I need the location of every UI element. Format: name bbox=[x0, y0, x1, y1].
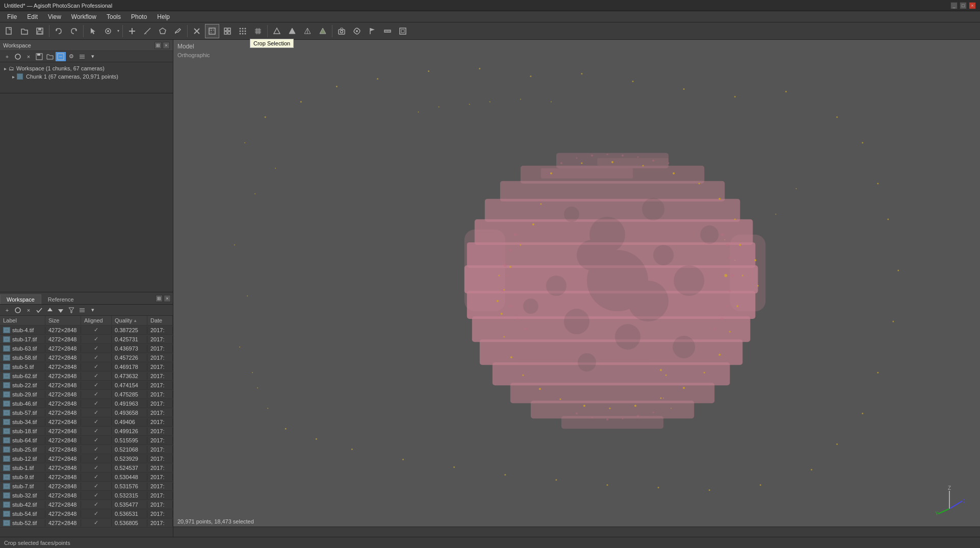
table-row[interactable]: stub-1.tif 4272×2848 ✓ 0.524537 2017: bbox=[0, 463, 173, 472]
table-row[interactable]: stub-54.tif 4272×2848 ✓ 0.536531 2017: bbox=[0, 509, 173, 518]
wireframe-button[interactable] bbox=[300, 24, 315, 38]
photos-check-btn[interactable] bbox=[34, 306, 44, 315]
select-button[interactable] bbox=[86, 24, 100, 38]
table-row[interactable]: stub-58.tif 4272×2848 ✓ 0.457226 2017: bbox=[0, 353, 173, 362]
photos-up-btn[interactable] bbox=[45, 306, 55, 315]
separator-3 bbox=[122, 25, 123, 37]
row-size: 4272×2848 bbox=[45, 455, 81, 462]
photos-more-btn[interactable]: ▾ bbox=[88, 306, 98, 315]
table-row[interactable]: stub-63.tif 4272×2848 ✓ 0.436973 2017: bbox=[0, 344, 173, 353]
ws-circle-btn[interactable] bbox=[13, 52, 23, 61]
svg-point-203 bbox=[509, 305, 512, 308]
mesh2-button[interactable] bbox=[285, 24, 299, 38]
table-row[interactable]: stub-32.tif 4272×2848 ✓ 0.532315 2017: bbox=[0, 491, 173, 500]
ws-x-btn[interactable]: × bbox=[23, 52, 34, 61]
ws-load-btn[interactable] bbox=[45, 52, 55, 61]
table-row[interactable]: stub-18.tif 4272×2848 ✓ 0.499126 2017: bbox=[0, 427, 173, 436]
tree-root-item[interactable]: ▸ 🗂 Workspace (1 chunks, 67 cameras) bbox=[2, 64, 171, 72]
grid2-button[interactable] bbox=[251, 24, 265, 38]
open-button[interactable] bbox=[17, 24, 32, 38]
undo-button[interactable] bbox=[51, 24, 66, 38]
crop-button[interactable] bbox=[205, 24, 219, 38]
col-quality[interactable]: Quality ▲ bbox=[112, 316, 147, 325]
photos-add-btn[interactable]: + bbox=[2, 306, 12, 315]
workspace-close-button[interactable]: × bbox=[163, 42, 170, 49]
row-quality: 0.530448 bbox=[112, 474, 147, 481]
table-row[interactable]: stub-7.tif 4272×2848 ✓ 0.531576 2017: bbox=[0, 482, 173, 491]
photos-x-btn[interactable]: × bbox=[23, 306, 34, 315]
col-date[interactable]: Date bbox=[147, 316, 173, 325]
menu-tools[interactable]: Tools bbox=[101, 11, 126, 22]
maximize-button[interactable]: □ bbox=[960, 2, 967, 9]
table-row[interactable]: stub-46.tif 4272×2848 ✓ 0.491963 2017: bbox=[0, 399, 173, 408]
frame-button[interactable] bbox=[396, 24, 410, 38]
menu-edit[interactable]: Edit bbox=[22, 11, 43, 22]
new-button[interactable] bbox=[2, 24, 16, 38]
rotate-dropdown[interactable]: ▾ bbox=[116, 24, 120, 38]
col-aligned[interactable]: Aligned bbox=[81, 316, 112, 325]
save-button[interactable] bbox=[33, 24, 47, 38]
table-row[interactable]: stub-17.tif 4272×2848 ✓ 0.425731 2017: bbox=[0, 335, 173, 344]
texture-button[interactable] bbox=[316, 24, 330, 38]
tab-reference[interactable]: Reference bbox=[41, 294, 81, 304]
rotate-button[interactable] bbox=[101, 24, 115, 38]
ruler-button[interactable] bbox=[140, 24, 154, 38]
ws-active-btn[interactable] bbox=[56, 52, 66, 61]
ws-list-btn[interactable] bbox=[77, 52, 87, 61]
col-size[interactable]: Size bbox=[45, 316, 81, 325]
table-row[interactable]: stub-34.tif 4272×2848 ✓ 0.49406 2017: bbox=[0, 417, 173, 427]
menu-view[interactable]: View bbox=[43, 11, 66, 22]
table-row[interactable]: stub-22.tif 4272×2848 ✓ 0.474154 2017: bbox=[0, 381, 173, 390]
ws-add-btn[interactable]: + bbox=[2, 52, 12, 61]
table-row[interactable]: stub-52.tif 4272×2848 ✓ 0.536805 2017: bbox=[0, 518, 173, 528]
tab-workspace[interactable]: Workspace bbox=[0, 294, 41, 304]
table-row[interactable]: stub-64.tif 4272×2848 ✓ 0.515595 2017: bbox=[0, 436, 173, 445]
target-button[interactable] bbox=[350, 24, 364, 38]
tree-chunk-item[interactable]: ▸ Chunk 1 (67 cameras, 20,971 points) bbox=[2, 72, 171, 81]
polygon-button[interactable] bbox=[156, 24, 170, 38]
minimize-button[interactable]: _ bbox=[950, 2, 958, 9]
paint-button[interactable] bbox=[171, 24, 185, 38]
photos-float-button[interactable]: ⊞ bbox=[156, 295, 163, 302]
workspace-float-button[interactable]: ⊞ bbox=[154, 42, 162, 49]
table-row[interactable]: stub-5.tif 4272×2848 ✓ 0.469178 2017: bbox=[0, 362, 173, 371]
svg-point-157 bbox=[551, 102, 552, 103]
table-row[interactable]: stub-29.tif 4272×2848 ✓ 0.475285 2017: bbox=[0, 390, 173, 399]
ws-save-btn[interactable] bbox=[34, 52, 44, 61]
ws-more-btn[interactable]: ▾ bbox=[88, 52, 98, 61]
zoom-button[interactable] bbox=[125, 24, 139, 38]
close-button[interactable]: × bbox=[969, 2, 976, 9]
photos-circle-btn[interactable] bbox=[13, 306, 23, 315]
photos-close-button[interactable]: × bbox=[164, 295, 171, 302]
camera-button[interactable] bbox=[334, 24, 349, 38]
table-row[interactable]: stub-57.tif 4272×2848 ✓ 0.493658 2017: bbox=[0, 408, 173, 417]
cross-button[interactable] bbox=[190, 24, 204, 38]
table-row[interactable]: stub-4.tif 4272×2848 ✓ 0.387225 2017: bbox=[0, 326, 173, 335]
table-row[interactable]: stub-62.tif 4272×2848 ✓ 0.473632 2017: bbox=[0, 371, 173, 381]
flag-button[interactable] bbox=[365, 24, 379, 38]
row-quality: 0.387225 bbox=[112, 327, 147, 334]
svg-point-257 bbox=[540, 203, 541, 205]
col-label[interactable]: Label bbox=[0, 316, 45, 325]
menu-photo[interactable]: Photo bbox=[126, 11, 152, 22]
ws-prop-btn[interactable]: ⚙ bbox=[66, 52, 76, 61]
table-row[interactable]: stub-9.tif 4272×2848 ✓ 0.530448 2017: bbox=[0, 472, 173, 482]
row-icon bbox=[3, 345, 10, 352]
ruler2-button[interactable] bbox=[380, 24, 395, 38]
photos-list-btn[interactable] bbox=[77, 306, 87, 315]
table-row[interactable]: stub-25.tif 4272×2848 ✓ 0.521068 2017: bbox=[0, 445, 173, 454]
menu-file[interactable]: File bbox=[2, 11, 22, 22]
photos-filter-btn[interactable] bbox=[66, 306, 76, 315]
menu-help[interactable]: Help bbox=[152, 11, 175, 22]
table-row[interactable]: stub-42.tif 4272×2848 ✓ 0.535477 2017: bbox=[0, 500, 173, 509]
photos-down-btn[interactable] bbox=[56, 306, 66, 315]
svg-point-190 bbox=[615, 324, 640, 350]
menu-workflow[interactable]: Workflow bbox=[66, 11, 101, 22]
viewport[interactable]: Model Orthographic bbox=[173, 40, 980, 537]
grid-button[interactable] bbox=[220, 24, 235, 38]
mesh-button[interactable] bbox=[270, 24, 284, 38]
redo-button[interactable] bbox=[67, 24, 81, 38]
table-row[interactable]: stub-12.tif 4272×2848 ✓ 0.523929 2017: bbox=[0, 454, 173, 463]
row-quality: 0.474154 bbox=[112, 382, 147, 389]
dots-button[interactable] bbox=[236, 24, 250, 38]
